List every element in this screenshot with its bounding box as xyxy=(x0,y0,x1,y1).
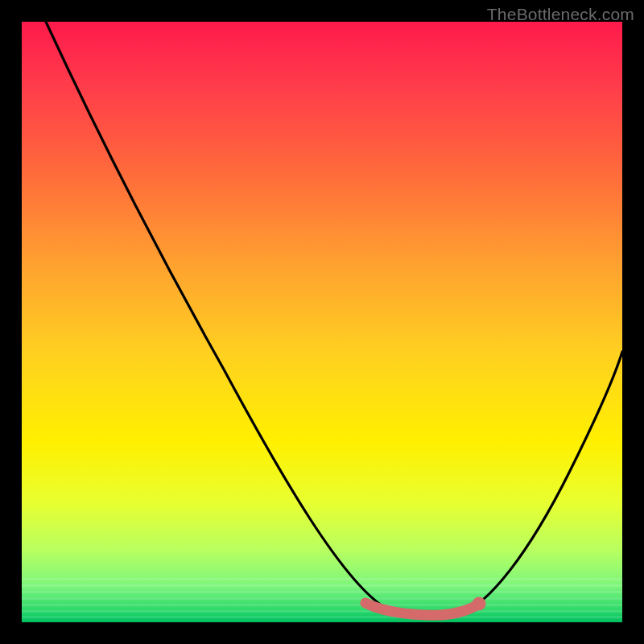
main-curve xyxy=(46,22,622,617)
highlight-end-dot xyxy=(473,597,486,611)
curve-layer xyxy=(22,22,622,622)
watermark-text: TheBottleneck.com xyxy=(487,5,634,24)
chart-stage: TheBottleneck.com xyxy=(0,0,644,644)
highlight-band xyxy=(365,603,479,615)
plot-area xyxy=(22,22,622,622)
